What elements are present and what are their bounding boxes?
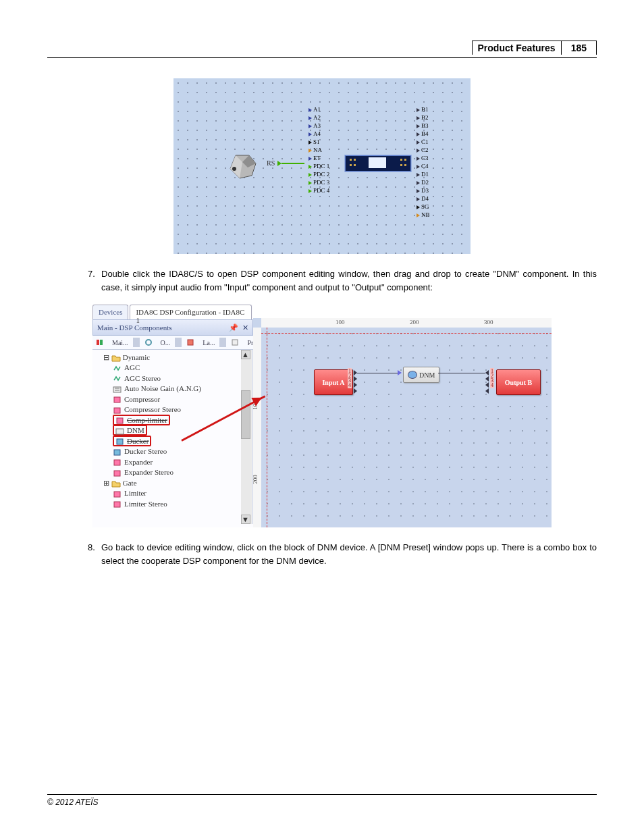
wire-arrow-icon xyxy=(398,370,402,375)
device-edit-diagram: RS A1 A2 A3 A4 S1 NA ET PDC 1 PDC 2 PDC … xyxy=(173,78,471,254)
scroll-down-icon[interactable]: ▼ xyxy=(241,515,250,524)
tree-item-agc[interactable]: AGC xyxy=(124,363,140,371)
svg-rect-19 xyxy=(114,471,120,476)
scroll-up-icon[interactable]: ▲ xyxy=(241,350,250,359)
close-icon[interactable]: ✕ xyxy=(242,323,248,332)
component-tree[interactable]: ⊟ Dynamic AGC AGC Stereo Auto Noise Gain… xyxy=(92,350,253,524)
pin-icon[interactable]: 📌 xyxy=(229,323,238,332)
svg-rect-9 xyxy=(113,387,121,392)
rs-device-icon[interactable] xyxy=(227,153,257,182)
tree-node-dynamic[interactable]: Dynamic xyxy=(123,353,150,361)
svg-rect-17 xyxy=(114,450,120,455)
port-d2: D2 xyxy=(421,179,429,186)
canvas-margin-h xyxy=(261,333,552,334)
port-na: NA xyxy=(313,147,322,153)
svg-rect-12 xyxy=(114,397,120,402)
panel-title-text: Main - DSP Components xyxy=(97,323,172,332)
port-c3: C3 xyxy=(421,155,429,161)
port-c4: C4 xyxy=(421,163,429,170)
tree-item-limiter[interactable]: Limiter xyxy=(124,489,146,497)
step-7-number: 7. xyxy=(88,267,101,281)
tree-item-ang[interactable]: Auto Noise Gain (A.N.G) xyxy=(124,384,201,392)
canvas-margin-v xyxy=(267,328,267,527)
right-port-list: B1 B2 B3 B4 C1 C2 C3 C4 D1 D2 D3 D4 SG N… xyxy=(417,105,430,219)
tree-item-limiter-stereo[interactable]: Limiter Stereo xyxy=(124,500,167,508)
svg-rect-16 xyxy=(117,439,123,444)
rs-label: RS xyxy=(267,159,275,167)
ruler-v-200: 200 xyxy=(252,475,259,484)
tab-dsp-config[interactable]: IDA8C DSP Configuration - IDA8C 1 xyxy=(130,305,252,319)
footer-rule xyxy=(47,794,597,795)
tree-item-compressor-stereo[interactable]: Compressor Stereo xyxy=(124,405,181,413)
scroll-thumb[interactable] xyxy=(241,390,250,439)
panel-titlebar: Main - DSP Components 📌 ✕ xyxy=(92,319,253,336)
svg-rect-7 xyxy=(188,340,193,345)
instruction-step-7: 7.Double click the IDA8C/S to open DSP c… xyxy=(101,267,597,294)
subtab-la[interactable]: La... xyxy=(199,339,218,346)
svg-point-3 xyxy=(232,167,236,171)
ruler-h-300: 300 xyxy=(484,319,493,325)
left-port-list: A1 A2 A3 A4 S1 NA ET PDC 1 PDC 2 PDC 3 P… xyxy=(308,105,329,194)
block-output-b[interactable]: Output B xyxy=(496,369,541,395)
tree-scrollbar[interactable]: ▲ ▼ xyxy=(241,350,252,524)
header-section-title: Product Features xyxy=(472,41,561,55)
port-a2: A2 xyxy=(313,114,321,121)
window-tabs: Devices IDA8C DSP Configuration - IDA8C … xyxy=(92,305,253,319)
port-pdc3: PDC 3 xyxy=(313,179,329,186)
svg-point-6 xyxy=(146,340,151,345)
port-d1: D1 xyxy=(421,171,429,178)
instruction-step-8: 8.Go back to device editing window, clic… xyxy=(101,541,597,567)
device-screen xyxy=(369,157,386,168)
wire-dnm-output xyxy=(438,373,485,373)
port-a1: A1 xyxy=(313,106,321,113)
ruler-h-100: 100 xyxy=(336,319,345,325)
panel-controls: 📌 ✕ xyxy=(229,323,248,332)
port-b3: B3 xyxy=(421,122,429,129)
block-dnm[interactable]: DNM xyxy=(403,367,439,383)
page-header: Product Features 185 xyxy=(47,41,597,55)
main-tab-icon xyxy=(92,338,107,346)
copyright-footer: © 2012 ATEÏS xyxy=(47,798,597,807)
la-tab-icon xyxy=(183,338,198,346)
port-sg: SG xyxy=(421,203,429,210)
step-8-text: Go back to device editing window, click … xyxy=(101,542,597,566)
port-b1: B1 xyxy=(421,106,429,113)
port-nb: NB xyxy=(421,211,430,218)
tree-item-expander[interactable]: Expander xyxy=(124,458,153,466)
panel-subtabs: Mai... O... La... Pr... xyxy=(92,336,253,350)
port-b4: B4 xyxy=(421,130,429,137)
port-c1: C1 xyxy=(421,138,429,145)
port-d3: D3 xyxy=(421,187,429,194)
port-a3: A3 xyxy=(313,122,321,129)
port-pdc4: PDC 4 xyxy=(313,187,329,194)
tree-expand-icon[interactable]: ⊞ xyxy=(103,479,109,487)
wire-input-dnm xyxy=(357,373,398,373)
ida8c-device-block[interactable] xyxy=(345,155,411,172)
tree-item-expander-stereo[interactable]: Expander Stereo xyxy=(124,468,173,476)
svg-rect-15 xyxy=(116,429,124,434)
canvas-grid xyxy=(261,328,552,527)
svg-rect-20 xyxy=(114,492,120,497)
pr-tab-icon xyxy=(227,338,242,346)
canvas-body[interactable]: Input A 1234 DNM 1234 Output B xyxy=(261,328,552,527)
rs-wire xyxy=(281,163,304,164)
tree-item-comp-limiter[interactable]: Comp-limiter xyxy=(127,416,167,424)
tree-node-gate[interactable]: Gate xyxy=(123,479,137,487)
dsp-canvas[interactable]: 100 200 300 100 200 Input A 1234 xyxy=(253,305,552,527)
subtab-main[interactable]: Mai... xyxy=(109,339,132,346)
tree-collapse-icon[interactable]: ⊟ xyxy=(103,353,109,361)
step-8-number: 8. xyxy=(88,541,101,554)
port-pdc2: PDC 2 xyxy=(313,171,329,178)
tree-item-dnm[interactable]: DNM xyxy=(127,426,144,434)
tree-item-compressor[interactable]: Compressor xyxy=(124,395,160,403)
tree-item-agc-stereo[interactable]: AGC Stereo xyxy=(124,374,161,382)
tree-item-ducker-stereo[interactable]: Ducker Stereo xyxy=(124,447,167,455)
svg-rect-18 xyxy=(114,460,120,465)
svg-rect-4 xyxy=(97,340,99,345)
svg-rect-5 xyxy=(100,340,103,345)
tab-devices[interactable]: Devices xyxy=(92,305,128,319)
subtab-o[interactable]: O... xyxy=(157,339,174,346)
folder-icon xyxy=(111,479,121,488)
tree-item-ducker[interactable]: Ducker xyxy=(127,437,149,445)
ruler-horizontal: 100 200 300 xyxy=(261,318,552,328)
